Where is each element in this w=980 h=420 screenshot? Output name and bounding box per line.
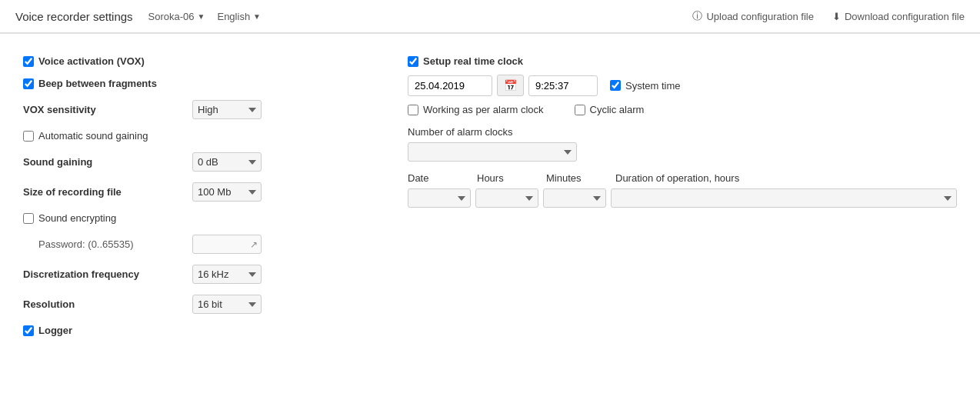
alarm-col-duration: Duration of operation, hours (615, 172, 957, 184)
vox-sensitivity-select[interactable]: High Medium Low (192, 100, 262, 119)
password-label: Password: (0..65535) (38, 238, 192, 250)
system-time-checkbox[interactable] (610, 80, 621, 91)
alarm-row-selects (408, 188, 957, 208)
header: Voice recorder settings Soroka-06 ▼ Engl… (0, 0, 980, 33)
logger-row: Logger (23, 325, 362, 336)
auto-sound-label[interactable]: Automatic sound gaining (38, 130, 148, 142)
recording-file-label: Size of recording file (23, 186, 192, 198)
logger-checkbox[interactable] (23, 325, 34, 336)
upload-label: Upload configuration file (706, 11, 813, 22)
sound-encrypting-label[interactable]: Sound encrypting (38, 212, 116, 224)
alarm-table-header: Date Hours Minutes Duration of operation… (408, 172, 957, 184)
language-dropdown-arrow: ▼ (253, 12, 261, 21)
sound-encrypting-checkbox[interactable] (23, 213, 34, 224)
alarm-hours-select[interactable] (475, 188, 538, 208)
calendar-button[interactable]: 📅 (497, 75, 524, 96)
language-dropdown[interactable]: English ▼ (217, 11, 261, 22)
recording-file-select[interactable]: 100 Mb 50 Mb 200 Mb Unlimited (192, 182, 262, 202)
left-panel: Voice activation (VOX) Beep between frag… (23, 55, 362, 347)
alarm-duration-select[interactable] (611, 188, 957, 208)
vox-sensitivity-row: VOX sensitivity High Medium Low (23, 100, 362, 119)
beep-row: Beep between fragments (23, 78, 362, 89)
working-alarm-option: Working as per alarm clock (408, 104, 544, 115)
resolution-select[interactable]: 16 bit 8 bit 24 bit (192, 295, 262, 314)
sound-encrypting-row: Sound encrypting (23, 212, 362, 224)
vox-sensitivity-label: VOX sensitivity (23, 104, 192, 115)
password-row: Password: (0..65535) ↗ (38, 235, 362, 254)
auto-sound-row: Automatic sound gaining (23, 130, 362, 142)
sound-gaining-select[interactable]: 0 dB +6 dB +12 dB -6 dB (192, 152, 262, 172)
download-icon: ⬇ (832, 11, 841, 22)
alarm-minutes-select[interactable] (543, 188, 606, 208)
alarm-count-select[interactable]: 1 2 3 4 (408, 142, 577, 162)
time-input[interactable] (528, 75, 598, 96)
page-title: Voice recorder settings (15, 10, 133, 23)
discretization-label: Discretization frequency (23, 268, 192, 280)
resolution-label: Resolution (23, 298, 192, 310)
resolution-row: Resolution 16 bit 8 bit 24 bit (23, 295, 362, 314)
alarm-col-hours: Hours (477, 172, 546, 184)
logger-label[interactable]: Logger (38, 325, 72, 336)
download-config-button[interactable]: ⬇ Download configuration file (832, 11, 965, 22)
recording-file-row: Size of recording file 100 Mb 50 Mb 200 … (23, 182, 362, 202)
discretization-row: Discretization frequency 16 kHz 8 kHz 32… (23, 265, 362, 284)
alarm-options-row: Working as per alarm clock Cyclic alarm (408, 104, 957, 115)
language-label: English (217, 11, 250, 22)
rtc-label[interactable]: Setup real time clock (423, 55, 523, 67)
datetime-row: 📅 System time (408, 75, 957, 96)
beep-checkbox[interactable] (23, 78, 34, 89)
voice-activation-row: Voice activation (VOX) (23, 55, 362, 67)
system-time-label[interactable]: System time (625, 80, 681, 92)
device-dropdown[interactable]: Soroka-06 ▼ (148, 11, 205, 22)
voice-activation-checkbox[interactable] (23, 56, 34, 67)
cyclic-alarm-label[interactable]: Cyclic alarm (590, 104, 645, 115)
main-content: Voice activation (VOX) Beep between frag… (0, 40, 980, 362)
cyclic-alarm-checkbox[interactable] (575, 105, 585, 115)
discretization-select[interactable]: 16 kHz 8 kHz 32 kHz (192, 265, 262, 284)
beep-label[interactable]: Beep between fragments (38, 78, 157, 89)
right-panel: Setup real time clock 📅 System time Work… (408, 55, 957, 347)
header-actions: ⓘ Upload configuration file ⬇ Download c… (692, 9, 965, 23)
rtc-checkbox[interactable] (408, 56, 418, 67)
alarm-col-date: Date (408, 172, 477, 184)
voice-activation-label[interactable]: Voice activation (VOX) (38, 55, 145, 67)
device-dropdown-arrow: ▼ (198, 12, 205, 21)
system-time-check: System time (610, 80, 681, 92)
download-label: Download configuration file (845, 11, 965, 22)
password-input-wrap: ↗ (192, 235, 262, 254)
alarm-count-section: Number of alarm clocks 1 2 3 4 (408, 126, 957, 162)
device-label: Soroka-06 (148, 11, 195, 22)
alarm-count-label: Number of alarm clocks (408, 126, 957, 138)
auto-sound-checkbox[interactable] (23, 131, 34, 142)
cyclic-alarm-option: Cyclic alarm (575, 104, 645, 115)
password-input[interactable] (193, 235, 247, 253)
upload-icon: ⓘ (692, 9, 702, 23)
date-input[interactable] (408, 75, 492, 96)
alarm-col-minutes: Minutes (546, 172, 615, 184)
alarm-date-select[interactable] (408, 188, 471, 208)
password-submit-icon[interactable]: ↗ (247, 236, 261, 253)
rtc-header: Setup real time clock (408, 55, 957, 67)
working-alarm-label[interactable]: Working as per alarm clock (423, 104, 544, 115)
working-alarm-checkbox[interactable] (408, 105, 418, 115)
sound-gaining-label: Sound gaining (23, 156, 192, 168)
upload-config-button[interactable]: ⓘ Upload configuration file (692, 9, 813, 23)
sound-gaining-row: Sound gaining 0 dB +6 dB +12 dB -6 dB (23, 152, 362, 172)
